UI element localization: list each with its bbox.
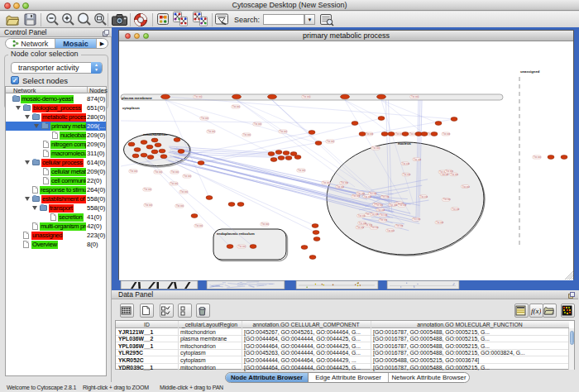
- svg-text:Yxx xxx: Yxx xxx: [155, 170, 163, 174]
- svg-text:Yxx xxx: Yxx xxx: [180, 190, 189, 194]
- svg-text:unassigned: unassigned: [520, 69, 540, 74]
- svg-text:Yxx xxx: Yxx xxx: [443, 198, 452, 201]
- svg-text:Yxx xxx: Yxx xxx: [357, 192, 366, 195]
- svg-text:Yxx xxx: Yxx xxx: [194, 95, 203, 98]
- svg-text:Yxx xxx: Yxx xxx: [208, 130, 216, 133]
- svg-text:endoplasmic reticulum: endoplasmic reticulum: [217, 232, 255, 236]
- svg-text:Yxx xxx: Yxx xxx: [376, 203, 384, 207]
- svg-text:Yxx xxx: Yxx xxx: [337, 185, 345, 189]
- svg-text:Yxx xxx: Yxx xxx: [443, 132, 451, 136]
- svg-text:mitochondrion: mitochondrion: [143, 132, 168, 136]
- svg-text:Yxx xxx: Yxx xxx: [413, 218, 421, 221]
- svg-text:Yxx xxx: Yxx xxx: [452, 208, 460, 211]
- svg-text:Yxx xxx: Yxx xxx: [184, 174, 192, 178]
- svg-text:Yxx xxx: Yxx xxx: [380, 213, 388, 217]
- svg-text:Yxx xxx: Yxx xxx: [534, 155, 542, 159]
- svg-text:Yxx xxx: Yxx xxx: [327, 140, 335, 143]
- svg-text:Yxx xxx: Yxx xxx: [238, 245, 246, 248]
- svg-text:Yxx xxx: Yxx xxx: [403, 173, 411, 176]
- svg-text:plasma membrane: plasma membrane: [122, 96, 152, 100]
- svg-text:Yxx xxx: Yxx xxx: [414, 158, 422, 161]
- svg-text:Yxx xxx: Yxx xxx: [390, 203, 398, 207]
- svg-text:Yxx xxx: Yxx xxx: [171, 170, 179, 174]
- svg-text:Yxx xxx: Yxx xxx: [380, 218, 388, 222]
- svg-text:f(x): f(x): [531, 307, 541, 315]
- svg-text:Yxx xxx: Yxx xxx: [130, 170, 138, 173]
- svg-text:Yxx xxx: Yxx xxx: [462, 185, 471, 189]
- svg-text:cytoplasm: cytoplasm: [122, 106, 140, 110]
- svg-text:Yxx xxx: Yxx xxx: [446, 170, 454, 173]
- svg-text:Yxx xxx: Yxx xxx: [298, 169, 306, 172]
- svg-text:Yxx xxx: Yxx xxx: [399, 203, 407, 207]
- svg-text:Yxx xxx: Yxx xxx: [195, 224, 203, 227]
- svg-text:Yxx xxx: Yxx xxx: [323, 181, 331, 184]
- svg-text:Yxx xxx: Yxx xxx: [341, 181, 349, 184]
- svg-text:Yxx xxx: Yxx xxx: [377, 208, 385, 212]
- svg-text:Yxx xxx: Yxx xxx: [451, 173, 459, 176]
- svg-text:Yxx xxx: Yxx xxx: [144, 188, 152, 191]
- svg-text:Yxx xxx: Yxx xxx: [387, 229, 395, 232]
- svg-text:Yxx xxx: Yxx xxx: [280, 130, 288, 133]
- svg-text:Yxx xxx: Yxx xxx: [254, 122, 262, 126]
- svg-text:Yxx xxx: Yxx xxx: [303, 95, 311, 98]
- svg-text:Yxx xxx: Yxx xxx: [356, 226, 365, 229]
- svg-text:Yxx xxx: Yxx xxx: [371, 213, 379, 216]
- svg-text:Yxx xxx: Yxx xxx: [352, 194, 361, 198]
- svg-text:Yxx xxx: Yxx xxx: [261, 222, 270, 226]
- svg-text:Yxx xxx: Yxx xxx: [243, 133, 251, 136]
- svg-text:Yxx xxx: Yxx xxx: [411, 95, 419, 98]
- svg-text:Yxx xxx: Yxx xxx: [170, 182, 179, 185]
- svg-text:Yxx xxx: Yxx xxx: [145, 203, 153, 207]
- svg-text:Yxx xxx: Yxx xxx: [402, 162, 410, 165]
- svg-text:Yxx xxx: Yxx xxx: [371, 226, 380, 229]
- svg-text:Yxx xxx: Yxx xxx: [381, 195, 390, 198]
- svg-text:Yxx xxx: Yxx xxx: [359, 222, 367, 225]
- svg-text:Yxx xxx: Yxx xxx: [366, 132, 374, 136]
- svg-text:Yxx xxx: Yxx xxx: [232, 105, 241, 108]
- svg-text:nucleus: nucleus: [398, 141, 411, 146]
- svg-text:Yxx xxx: Yxx xxx: [395, 224, 404, 227]
- svg-text:Yxx xxx: Yxx xxx: [201, 117, 209, 120]
- svg-text:Yxx xxx: Yxx xxx: [372, 146, 380, 150]
- svg-text:Yxx xxx: Yxx xxx: [436, 221, 444, 224]
- svg-text:Yxx xxx: Yxx xxx: [420, 195, 428, 198]
- svg-text:Yxx xxx: Yxx xxx: [176, 204, 184, 208]
- svg-text:Yxx xxx: Yxx xxx: [369, 192, 377, 195]
